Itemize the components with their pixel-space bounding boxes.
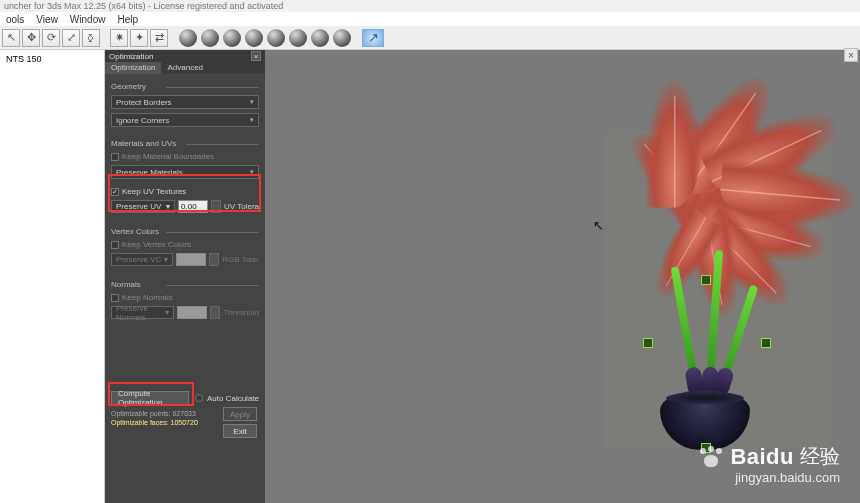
keep-material-label: Keep Material Boundaries <box>122 152 214 161</box>
auto-calculate-label: Auto Calculate <box>207 394 259 403</box>
protect-borders-dropdown[interactable]: Protect Borders ▾ <box>111 95 259 109</box>
stat-faces: Optimizable faces: 1050720 <box>111 419 198 426</box>
toolbar-magnet-icon[interactable]: ⧲ <box>82 29 100 47</box>
material-sphere-3-icon[interactable] <box>223 29 241 47</box>
tab-optimization[interactable]: Optimization <box>105 62 161 74</box>
ignore-corners-dropdown[interactable]: Ignore Corners ▾ <box>111 113 259 127</box>
preserve-vc-dropdown[interactable]: Preserve VC▾ <box>111 253 173 266</box>
ignore-corners-value: Ignore Corners <box>116 116 169 125</box>
viewport-3d[interactable]: × ↖ <box>265 50 860 503</box>
material-sphere-5-icon[interactable] <box>267 29 285 47</box>
tab-advanced[interactable]: Advanced <box>161 62 209 74</box>
material-sphere-7-icon[interactable] <box>311 29 329 47</box>
auto-calculate-radio[interactable] <box>195 394 203 402</box>
normals-threshold-input[interactable] <box>177 306 207 319</box>
paw-icon <box>698 446 724 468</box>
toolbar-launch-icon[interactable]: ↗ <box>362 29 384 47</box>
watermark-brand: Baidu <box>730 444 794 470</box>
watermark-url: jingyan.baidu.com <box>698 470 840 485</box>
apply-button[interactable]: Apply <box>223 407 257 421</box>
preserve-materials-dropdown[interactable]: Preserve Materials ▾ <box>111 165 259 179</box>
watermark: Baidu 经验 jingyan.baidu.com <box>698 443 840 485</box>
keep-uv-label: Keep UV Textures <box>122 187 186 196</box>
main-toolbar: ↖ ✥ ⟳ ⤢ ⧲ ✷ ✦ ⇄ ↗ <box>0 26 860 50</box>
protect-borders-value: Protect Borders <box>116 98 172 107</box>
material-sphere-2-icon[interactable] <box>201 29 219 47</box>
watermark-cn: 经验 <box>800 443 840 470</box>
normals-threshold-spinner[interactable] <box>210 306 220 319</box>
keep-material-checkbox[interactable] <box>111 153 119 161</box>
chevron-down-icon: ▾ <box>164 255 168 264</box>
normals-threshold-label: Threshold <box>223 308 259 317</box>
chevron-down-icon: ▾ <box>166 202 170 211</box>
preserve-materials-value: Preserve Materials <box>116 168 183 177</box>
toolbar-swap-icon[interactable]: ⇄ <box>150 29 168 47</box>
optimization-panel: Optimization × Optimization Advanced Geo… <box>105 50 265 503</box>
toolbar-brush-icon[interactable]: ✦ <box>130 29 148 47</box>
material-sphere-8-icon[interactable] <box>333 29 351 47</box>
rgb-tolerance-input[interactable] <box>176 253 206 266</box>
section-materials-label: Materials and UVs <box>111 135 259 148</box>
window-title: uncher for 3ds Max 12.25 (x64 bits) - Li… <box>4 1 283 11</box>
rgb-tolerance-spinner[interactable] <box>209 253 219 266</box>
optimization-panel-header: Optimization × <box>105 50 265 62</box>
menu-window[interactable]: Window <box>70 14 106 25</box>
menu-bar: ools View Window Help <box>0 12 860 26</box>
workspace: NTS 150 Optimization × Optimization Adva… <box>0 50 860 503</box>
scene-object-plant[interactable] <box>565 120 845 450</box>
exit-button[interactable]: Exit <box>223 424 257 438</box>
uv-tolerance-input[interactable] <box>178 200 208 213</box>
cursor-icon: ↖ <box>593 218 604 233</box>
gizmo-handle[interactable] <box>761 338 771 348</box>
compute-optimization-button[interactable]: Compute Optimization <box>111 391 189 405</box>
scene-object-label[interactable]: NTS 150 <box>0 50 104 68</box>
toolbar-move-icon[interactable]: ✥ <box>22 29 40 47</box>
scene-panel: NTS 150 <box>0 50 105 503</box>
gizmo-handle[interactable] <box>643 338 653 348</box>
keep-vc-label: Keep Vertex Colors <box>122 240 191 249</box>
preserve-vc-value: Preserve VC <box>116 255 161 264</box>
uv-tolerance-label: UV Tolera <box>224 202 259 211</box>
material-sphere-4-icon[interactable] <box>245 29 263 47</box>
keep-normals-label: Keep Normals <box>122 293 173 302</box>
toolbar-gear-icon[interactable]: ✷ <box>110 29 128 47</box>
chevron-down-icon: ▾ <box>250 168 254 176</box>
section-geometry-label: Geometry <box>111 78 259 91</box>
gizmo-handle[interactable] <box>701 275 711 285</box>
rgb-tolerance-label: RGB Toler <box>222 255 259 264</box>
toolbar-scale-icon[interactable]: ⤢ <box>62 29 80 47</box>
window-title-bar: uncher for 3ds Max 12.25 (x64 bits) - Li… <box>0 0 860 12</box>
optimization-tabs: Optimization Advanced <box>105 62 265 74</box>
viewport-close-icon[interactable]: × <box>844 48 858 62</box>
toolbar-rotate-icon[interactable]: ⟳ <box>42 29 60 47</box>
preserve-normals-dropdown[interactable]: Preserve Normals▾ <box>111 306 174 319</box>
menu-view[interactable]: View <box>36 14 58 25</box>
section-normals-label: Normals <box>111 276 259 289</box>
menu-tools[interactable]: ools <box>6 14 24 25</box>
preserve-uv-dropdown[interactable]: Preserve UV▾ <box>111 200 175 213</box>
toolbar-select-icon[interactable]: ↖ <box>2 29 20 47</box>
preserve-normals-value: Preserve Normals <box>116 304 165 322</box>
uv-tolerance-spinner[interactable] <box>211 200 221 213</box>
keep-uv-checkbox[interactable]: ✓ <box>111 188 119 196</box>
chevron-down-icon: ▾ <box>250 98 254 106</box>
chevron-down-icon: ▾ <box>165 308 169 317</box>
menu-help[interactable]: Help <box>117 14 138 25</box>
preserve-uv-value: Preserve UV <box>116 202 161 211</box>
keep-vc-checkbox[interactable] <box>111 241 119 249</box>
optimization-panel-title: Optimization <box>109 52 153 61</box>
keep-normals-checkbox[interactable] <box>111 294 119 302</box>
material-sphere-6-icon[interactable] <box>289 29 307 47</box>
section-vertex-colors-label: Vertex Colors <box>111 223 259 236</box>
chevron-down-icon: ▾ <box>250 116 254 124</box>
material-sphere-1-icon[interactable] <box>179 29 197 47</box>
close-icon[interactable]: × <box>251 51 261 61</box>
